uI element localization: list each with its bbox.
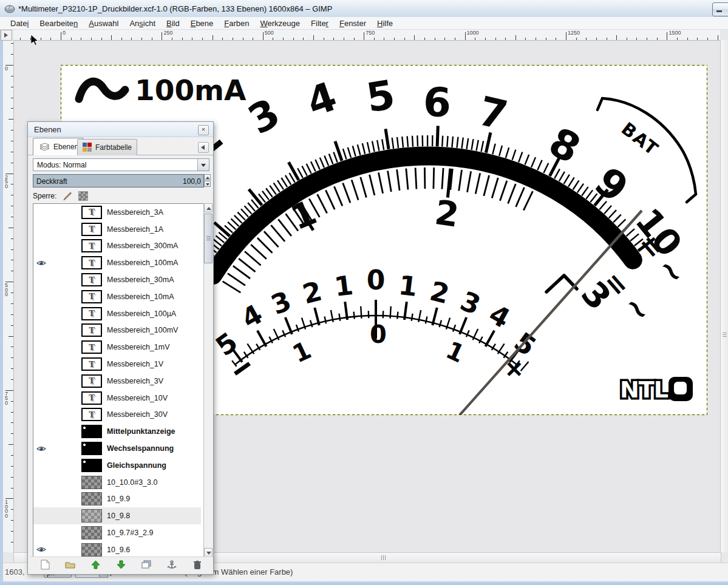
chevron-down-icon[interactable] <box>197 159 209 171</box>
dialog-tabs: Ebenen Farbtabelle <box>28 137 213 155</box>
visibility-toggle[interactable] <box>33 541 49 557</box>
range-label: 100mA <box>135 73 247 107</box>
layer-list-scrollbar[interactable] <box>203 203 213 557</box>
visibility-toggle[interactable] <box>33 238 49 255</box>
opacity-slider[interactable]: Deckkraft 100,0 <box>33 174 204 188</box>
scale-number: 1 <box>285 192 322 238</box>
window-bottom-border <box>0 581 728 585</box>
tab-ebenen[interactable]: Ebenen <box>33 138 84 155</box>
layer-row[interactable]: 10_10.0#3_3.0 <box>33 474 201 491</box>
layer-row[interactable]: TMessbereich_3V <box>33 373 201 390</box>
scale-number: 4 <box>301 73 343 126</box>
menu-item-farben[interactable]: Farben <box>219 18 254 29</box>
layers-dialog[interactable]: Ebenen × Ebenen Farbtabelle Modus: Norma… <box>27 121 214 575</box>
duplicate-layer-button[interactable] <box>139 558 154 572</box>
layer-row[interactable]: TMessbereich_10V <box>33 390 201 407</box>
scrollbar-thumb[interactable] <box>204 214 213 263</box>
menu-item-bild[interactable]: Bild <box>161 18 185 29</box>
layer-row[interactable]: TMessbereich_100mA <box>33 254 201 271</box>
visibility-toggle[interactable] <box>33 221 49 238</box>
layer-row[interactable]: TMessbereich_30V <box>33 407 201 424</box>
menu-item-ansicht[interactable]: Ansicht <box>124 18 161 29</box>
ruler-origin-button[interactable] <box>1 30 12 41</box>
layer-row[interactable]: 10_9.9 <box>33 491 201 508</box>
visibility-toggle[interactable] <box>33 491 49 508</box>
layer-row[interactable]: 10_9.6 <box>33 541 201 557</box>
ntl-logo: NTL <box>620 376 693 403</box>
delete-layer-button[interactable] <box>190 558 205 572</box>
visibility-toggle[interactable] <box>33 390 49 407</box>
h-ruler[interactable]: 0250500750100012501500 <box>13 29 720 41</box>
visibility-toggle[interactable] <box>33 507 49 524</box>
scroll-up-button[interactable] <box>204 203 213 212</box>
layer-row[interactable]: Wechselspannung <box>33 440 201 457</box>
layer-row[interactable]: TMessbereich_3A <box>33 204 201 221</box>
menu-item-ebene[interactable]: Ebene <box>185 18 219 29</box>
arrow-up-icon <box>91 560 100 569</box>
visibility-toggle[interactable] <box>33 524 49 541</box>
scale-number: 1 <box>397 269 420 302</box>
lock-paint-icon[interactable] <box>63 191 72 201</box>
visibility-toggle[interactable] <box>33 204 49 221</box>
dialog-close-button[interactable]: × <box>198 125 209 135</box>
layer-row[interactable]: 10_9.7#3_2.9 <box>33 524 201 541</box>
layer-row[interactable]: TMessbereich_300mA <box>33 238 201 255</box>
minimize-button[interactable] <box>712 2 728 16</box>
lock-alpha-icon[interactable] <box>78 191 88 201</box>
visibility-toggle[interactable] <box>33 407 49 424</box>
visibility-toggle[interactable] <box>33 339 49 356</box>
raise-layer-button[interactable] <box>89 558 103 572</box>
lower-layer-button[interactable] <box>114 558 128 572</box>
v-scrollbar-grip[interactable] <box>723 333 727 337</box>
v-ruler[interactable]: 02505007501000 <box>3 40 14 552</box>
layer-row[interactable]: TMessbereich_1mV <box>33 339 201 356</box>
visibility-toggle[interactable] <box>33 423 49 440</box>
menu-item-hilfe[interactable]: Hilfe <box>372 18 398 29</box>
tab-farbtabelle[interactable]: Farbtabelle <box>77 139 137 155</box>
layer-row[interactable]: TMessbereich_10mA <box>33 288 201 305</box>
opacity-spinner[interactable] <box>204 174 211 188</box>
mode-dropdown[interactable]: Modus: Normal <box>33 158 209 171</box>
visibility-toggle[interactable] <box>33 474 49 491</box>
menu-item-datei[interactable]: Datei <box>5 18 34 29</box>
visibility-toggle[interactable] <box>33 457 49 474</box>
v-scrollbar[interactable] <box>720 40 728 552</box>
layer-row[interactable]: 10_9.8 <box>33 507 201 524</box>
layer-row[interactable]: Gleichspannung <box>33 457 201 474</box>
menu-item-filter[interactable]: Filter <box>305 18 334 29</box>
scale-number: 3 <box>267 285 295 321</box>
layer-row[interactable]: TMessbereich_1V <box>33 356 201 373</box>
layer-row[interactable]: TMessbereich_30mA <box>33 271 201 288</box>
layer-label: Messbereich_3V <box>107 377 163 385</box>
visibility-toggle[interactable] <box>33 322 49 339</box>
layer-row[interactable]: TMessbereich_100mV <box>33 322 201 339</box>
new-layer-button[interactable] <box>38 558 52 572</box>
layer-label: Messbereich_1mV <box>107 343 170 351</box>
menu-item-werkzeuge[interactable]: Werkzeuge <box>255 18 306 29</box>
layer-row[interactable]: TMessbereich_1A <box>33 221 201 238</box>
h-scrollbar-grip[interactable] <box>381 555 386 560</box>
visibility-toggle[interactable] <box>33 305 49 322</box>
visibility-toggle[interactable] <box>33 271 49 288</box>
tab-menu-button[interactable] <box>198 142 209 153</box>
layer-thumbnail <box>81 459 102 472</box>
anchor-layer-button[interactable] <box>165 558 179 572</box>
visibility-toggle[interactable] <box>33 373 49 390</box>
menu-item-bearbeiten[interactable]: Bearbeiten <box>34 18 83 29</box>
visibility-toggle[interactable] <box>33 288 49 305</box>
layer-row[interactable]: Mittelpunktanzeige <box>33 423 201 440</box>
menu-item-fenster[interactable]: Fenster <box>334 18 372 29</box>
dialog-titlebar[interactable]: Ebenen × <box>28 122 213 137</box>
visibility-toggle[interactable] <box>33 356 49 373</box>
scroll-down-button[interactable] <box>204 548 213 557</box>
window-left-border <box>0 29 3 581</box>
layer-row[interactable]: TMessbereich_100µA <box>33 305 201 322</box>
visibility-toggle[interactable] <box>33 440 49 457</box>
visibility-toggle[interactable] <box>33 254 49 271</box>
menu-item-auswahl[interactable]: Auswahl <box>83 18 124 29</box>
new-group-button[interactable] <box>63 558 78 572</box>
h-ruler-label: 1500 <box>668 30 681 36</box>
layer-label: Messbereich_30V <box>107 410 168 419</box>
layer-label: Messbereich_10V <box>107 394 168 402</box>
window-titlebar[interactable]: *Multimeter_P3210-1P_Druckbilder.xcf-1.0… <box>0 0 728 18</box>
